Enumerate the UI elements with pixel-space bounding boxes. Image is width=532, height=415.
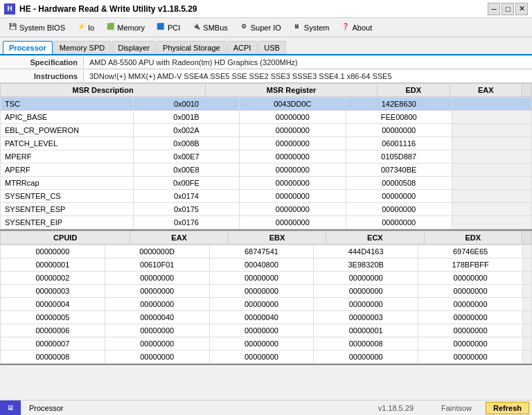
tab-physical-storage[interactable]: Physical Storage bbox=[157, 41, 227, 54]
cpuid-cell-ebx: 00000000 bbox=[209, 272, 314, 285]
cpuid-cell-ebx: 00000000 bbox=[209, 337, 314, 351]
tab-processor[interactable]: Processor bbox=[3, 41, 53, 54]
pci-icon: 🟦 bbox=[156, 23, 166, 33]
msr-cell-eax: 06001116 bbox=[346, 137, 452, 150]
msr-row[interactable]: MPERF 0x00E7 00000000 0105D887 bbox=[1, 150, 532, 164]
menu-pci-label: PCI bbox=[168, 24, 180, 32]
cpuid-cell-scroll bbox=[523, 351, 532, 364]
cpuid-cell-edx: 178BFBFF bbox=[418, 258, 523, 272]
cpuid-row[interactable]: 00000007 00000000 00000000 00000008 0000… bbox=[1, 337, 532, 351]
msr-cell-edx: 00000000 bbox=[240, 177, 346, 190]
msr-row[interactable]: SYSENTER_CS 0x0174 00000000 00000000 bbox=[1, 190, 532, 203]
msr-row[interactable]: SYSENTER_ESP 0x0175 00000000 00000000 bbox=[1, 203, 532, 216]
menu-smbus[interactable]: 🔌 SMBus bbox=[186, 21, 232, 35]
msr-cell-scroll bbox=[452, 203, 531, 216]
cpuid-col-edx: EDX bbox=[424, 231, 522, 245]
msr-cell-edx: 00000000 bbox=[240, 164, 346, 177]
cpuid-cell-ecx: 00000000 bbox=[314, 285, 418, 298]
menu-super-io[interactable]: ⚙ Super IO bbox=[234, 21, 286, 35]
cpuid-cell-cpuid: 00000002 bbox=[1, 272, 105, 285]
cpuid-cell-eax: 00000000 bbox=[105, 272, 209, 285]
refresh-button[interactable]: Refresh bbox=[486, 402, 529, 414]
cpuid-cell-cpuid: 00000003 bbox=[1, 285, 105, 298]
menu-system-label: System bbox=[304, 24, 330, 32]
cpuid-cell-edx: 00000000 bbox=[418, 337, 523, 351]
cpuid-row[interactable]: 00000008 00000000 00000000 00000000 0000… bbox=[1, 351, 532, 364]
msr-row[interactable]: MTRRcap 0x00FE 00000000 00000508 bbox=[1, 177, 532, 190]
msr-cell-reg: 0x00E8 bbox=[133, 164, 239, 177]
menu-system[interactable]: 🖥 System bbox=[287, 21, 335, 35]
cpuid-cell-eax: 0000000D bbox=[105, 245, 209, 258]
cpuid-row[interactable]: 00000004 00000000 00000000 00000000 0000… bbox=[1, 298, 532, 311]
cpuid-cell-cpuid: 00000005 bbox=[1, 311, 105, 324]
cpuid-cell-eax: 00000000 bbox=[105, 285, 209, 298]
close-button[interactable]: ✕ bbox=[515, 3, 528, 15]
cpuid-row[interactable]: 00000000 0000000D 68747541 444D4163 6974… bbox=[1, 245, 532, 258]
tab-processor-label: Processor bbox=[9, 44, 46, 52]
menu-system-bios[interactable]: 💾 System BIOS bbox=[3, 21, 70, 35]
cpuid-cell-edx: 00000000 bbox=[418, 324, 523, 337]
msr-row[interactable]: TSC 0x0010 0043DD0C 142E8630 bbox=[1, 98, 532, 111]
msr-table-scroll[interactable]: TSC 0x0010 0043DD0C 142E8630 APIC_BASE 0… bbox=[0, 97, 532, 229]
cpuid-cell-eax: 00000000 bbox=[105, 324, 209, 337]
cpuid-cell-eax: 00000000 bbox=[105, 351, 209, 364]
msr-cell-scroll bbox=[452, 150, 531, 164]
msr-cell-desc: APERF bbox=[1, 164, 134, 177]
cpuid-cell-eax: 00610F01 bbox=[105, 258, 209, 272]
cpuid-cell-scroll bbox=[523, 324, 532, 337]
msr-cell-desc: SYSENTER_CS bbox=[1, 190, 134, 203]
maximize-button[interactable]: □ bbox=[502, 3, 514, 15]
minimize-button[interactable]: ─ bbox=[488, 3, 500, 15]
tab-displayer[interactable]: Displayer bbox=[112, 41, 156, 54]
cpuid-cell-edx: 00000000 bbox=[418, 311, 523, 324]
msr-cell-reg: 0x00FE bbox=[133, 177, 239, 190]
msr-cell-edx: 00000000 bbox=[240, 111, 346, 124]
menu-bar: 💾 System BIOS ⚡ Io 🟩 Memory 🟦 PCI 🔌 SMBu… bbox=[0, 18, 532, 37]
msr-cell-eax: 00000000 bbox=[346, 124, 452, 137]
msr-cell-scroll bbox=[452, 216, 531, 229]
menu-memory[interactable]: 🟩 Memory bbox=[100, 21, 150, 35]
status-version: v1.18.5.29 bbox=[364, 404, 427, 412]
cpuid-cell-cpuid: 00000004 bbox=[1, 298, 105, 311]
tab-usb[interactable]: USB bbox=[258, 41, 286, 54]
msr-row[interactable]: APERF 0x00E8 00000000 007340BE bbox=[1, 164, 532, 177]
cpuid-cell-cpuid: 00000008 bbox=[1, 351, 105, 364]
msr-row[interactable]: PATCH_LEVEL 0x008B 00000000 06001116 bbox=[1, 137, 532, 150]
cpuid-cell-ebx: 00000040 bbox=[209, 311, 314, 324]
msr-cell-reg: 0x002A bbox=[133, 124, 239, 137]
tab-memory-spd[interactable]: Memory SPD bbox=[53, 41, 111, 54]
cpuid-row[interactable]: 00000003 00000000 00000000 00000000 0000… bbox=[1, 285, 532, 298]
cpuid-row[interactable]: 00000005 00000040 00000040 00000003 0000… bbox=[1, 311, 532, 324]
msr-cell-desc: SYSENTER_ESP bbox=[1, 203, 134, 216]
instructions-label: Instructions bbox=[0, 71, 83, 82]
cpuid-cell-edx: 69746E65 bbox=[418, 245, 523, 258]
instructions-value: 3DNow!(+) MMX(+) AMD-V SSE4A SSE5 SSE SS… bbox=[83, 71, 532, 82]
cpuid-cell-edx: 00000000 bbox=[418, 272, 523, 285]
msr-cell-edx: 00000000 bbox=[240, 190, 346, 203]
msr-col-reg: MSR Register bbox=[206, 84, 378, 97]
tab-acpi[interactable]: ACPI bbox=[227, 41, 258, 54]
cpuid-row[interactable]: 00000001 00610F01 00040800 3E98320B 178B… bbox=[1, 258, 532, 272]
menu-io[interactable]: ⚡ Io bbox=[71, 21, 99, 35]
msr-cell-edx: 00000000 bbox=[240, 124, 346, 137]
menu-pci[interactable]: 🟦 PCI bbox=[151, 21, 185, 35]
cpuid-table-scroll[interactable]: 00000000 0000000D 68747541 444D4163 6974… bbox=[0, 245, 532, 364]
msr-row[interactable]: EBL_CR_POWERON 0x002A 00000000 00000000 bbox=[1, 124, 532, 137]
msr-table: MSR Description MSR Register EDX EAX bbox=[0, 83, 532, 97]
status-processor-label: Processor bbox=[21, 404, 364, 412]
cpuid-cell-eax: 00000000 bbox=[105, 337, 209, 351]
cpuid-cell-ebx: 68747541 bbox=[209, 245, 314, 258]
cpuid-row[interactable]: 00000002 00000000 00000000 00000000 0000… bbox=[1, 272, 532, 285]
msr-row[interactable]: SYSENTER_EIP 0x0176 00000000 00000000 bbox=[1, 216, 532, 229]
system-bios-icon: 💾 bbox=[8, 23, 17, 33]
cpuid-row[interactable]: 00000006 00000000 00000000 00000001 0000… bbox=[1, 324, 532, 337]
cpuid-cell-cpuid: 00000001 bbox=[1, 258, 105, 272]
msr-cell-eax: 00000508 bbox=[346, 177, 452, 190]
msr-row[interactable]: APIC_BASE 0x001B 00000000 FEE00800 bbox=[1, 111, 532, 124]
menu-about[interactable]: ❓ About bbox=[335, 21, 377, 35]
cpuid-cell-ecx: 00000000 bbox=[314, 351, 418, 364]
msr-cell-reg: 0x0176 bbox=[133, 216, 239, 229]
tab-memory-spd-label: Memory SPD bbox=[60, 44, 105, 52]
cpuid-cell-edx: 00000000 bbox=[418, 285, 523, 298]
menu-memory-label: Memory bbox=[117, 24, 145, 32]
